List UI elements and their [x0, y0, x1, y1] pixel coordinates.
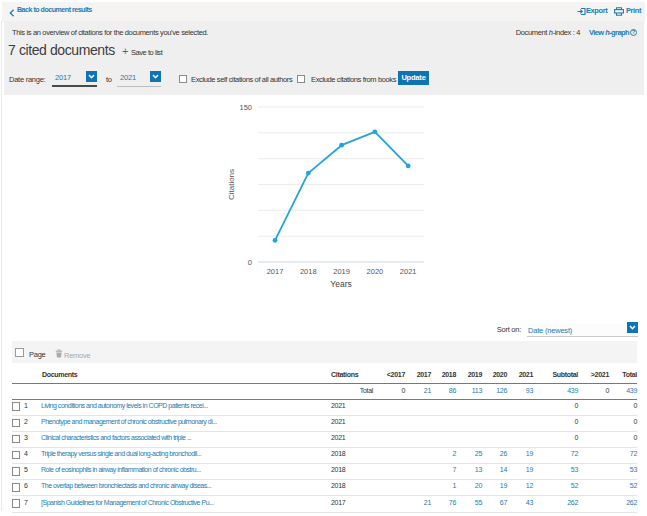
svg-text:150: 150 — [239, 103, 252, 112]
svg-text:2017: 2017 — [267, 267, 284, 276]
svg-text:0: 0 — [248, 258, 252, 267]
svg-text:2020: 2020 — [367, 267, 384, 276]
svg-text:Years: Years — [330, 279, 351, 289]
svg-text:2021: 2021 — [400, 267, 417, 276]
svg-text:2019: 2019 — [333, 267, 350, 276]
svg-text:Citations: Citations — [227, 169, 236, 200]
svg-text:2018: 2018 — [300, 267, 317, 276]
